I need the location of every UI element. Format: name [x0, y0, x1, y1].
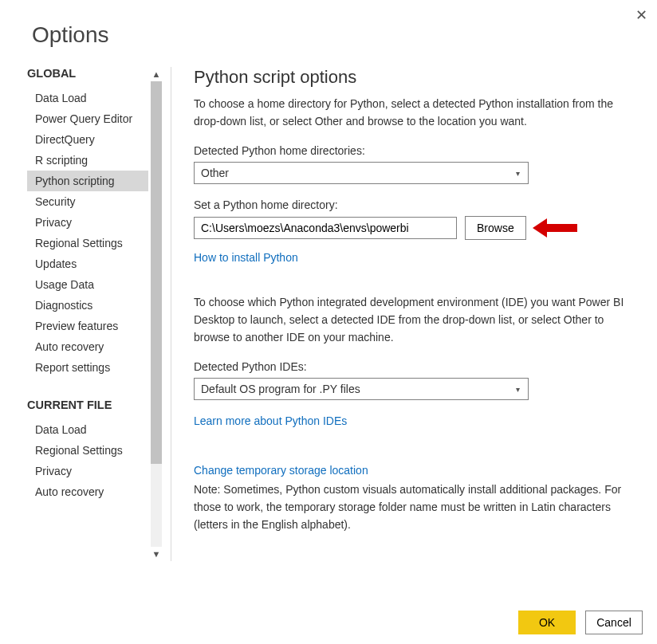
sidebar-item-diagnostics[interactable]: Diagnostics — [27, 295, 148, 316]
browse-button[interactable]: Browse — [465, 216, 526, 240]
detected-home-label: Detected Python home directories: — [194, 144, 638, 157]
dialog-title: Options — [32, 22, 657, 48]
storage-note: Note: Sometimes, Python custom visuals a… — [194, 481, 638, 533]
cancel-button[interactable]: Cancel — [585, 611, 643, 634]
sidebar-item-directquery[interactable]: DirectQuery — [27, 129, 148, 150]
scroll-up-icon[interactable]: ▲ — [148, 67, 164, 81]
sidebar-item-cf-data-load[interactable]: Data Load — [27, 419, 148, 440]
sidebar-item-data-load[interactable]: Data Load — [27, 88, 148, 108]
link-learn-ides[interactable]: Learn more about Python IDEs — [194, 414, 347, 427]
scroll-thumb[interactable] — [151, 81, 162, 464]
content-heading: Python script options — [194, 67, 638, 88]
sidebar-item-updates[interactable]: Updates — [27, 253, 148, 274]
sidebar: GLOBAL Data Load Power Query Editor Dire… — [27, 67, 148, 561]
ide-intro-text: To choose which Python integrated develo… — [194, 294, 638, 346]
sidebar-item-privacy[interactable]: Privacy — [27, 212, 148, 233]
detected-ide-value: Default OS program for .PY files — [201, 383, 360, 395]
scroll-down-icon[interactable]: ▼ — [148, 547, 164, 561]
main-content: Python script options To choose a home d… — [171, 67, 657, 561]
sidebar-item-usage-data[interactable]: Usage Data — [27, 274, 148, 295]
sidebar-item-regional-settings[interactable]: Regional Settings — [27, 233, 148, 253]
dialog-footer: OK Cancel — [518, 611, 643, 634]
sidebar-item-cf-privacy[interactable]: Privacy — [27, 461, 148, 481]
close-icon[interactable]: ✕ — [632, 3, 651, 27]
detected-ide-label: Detected Python IDEs: — [194, 360, 638, 373]
sidebar-item-cf-regional-settings[interactable]: Regional Settings — [27, 440, 148, 461]
sidebar-item-preview-features[interactable]: Preview features — [27, 316, 148, 336]
sidebar-item-security[interactable]: Security — [27, 191, 148, 212]
sidebar-item-python-scripting[interactable]: Python scripting — [27, 171, 148, 191]
sidebar-section-current-file: CURRENT FILE — [27, 399, 148, 414]
set-home-label: Set a Python home directory: — [194, 198, 638, 211]
detected-home-select[interactable]: Other ▾ — [194, 162, 529, 184]
detected-ide-select[interactable]: Default OS program for .PY files ▾ — [194, 378, 529, 400]
link-change-storage[interactable]: Change temporary storage location — [194, 464, 368, 477]
sidebar-item-report-settings[interactable]: Report settings — [27, 357, 148, 378]
intro-text: To choose a home directory for Python, s… — [194, 96, 638, 130]
sidebar-item-power-query-editor[interactable]: Power Query Editor — [27, 108, 148, 129]
link-install-python[interactable]: How to install Python — [194, 251, 298, 264]
sidebar-section-global: GLOBAL — [27, 67, 148, 83]
detected-home-value: Other — [201, 167, 229, 179]
sidebar-item-r-scripting[interactable]: R scripting — [27, 150, 148, 171]
sidebar-item-cf-auto-recovery[interactable]: Auto recovery — [27, 481, 148, 502]
sidebar-item-auto-recovery[interactable]: Auto recovery — [27, 336, 148, 357]
red-arrow-annotation — [537, 221, 577, 235]
python-home-path-input[interactable] — [194, 217, 457, 239]
caret-down-icon: ▾ — [516, 169, 520, 178]
ok-button[interactable]: OK — [518, 611, 576, 634]
sidebar-scrollbar[interactable]: ▲ ▼ — [148, 67, 164, 561]
caret-down-icon: ▾ — [516, 385, 520, 394]
